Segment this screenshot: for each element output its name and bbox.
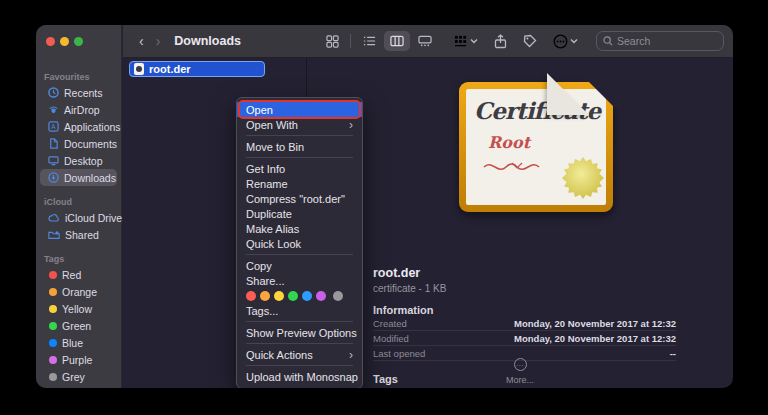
chevron-down-icon xyxy=(470,38,478,44)
sidebar-item-tag-red[interactable]: Red xyxy=(40,266,117,283)
menu-item-label: Move to Bin xyxy=(246,141,304,153)
file-row-root-der[interactable]: root.der xyxy=(129,61,265,77)
sidebar-section-label: Favourites xyxy=(36,69,121,84)
red-tag-dot[interactable] xyxy=(246,291,256,301)
menu-item-label: Tags... xyxy=(246,305,278,317)
sidebar-item-tag-blue[interactable]: Blue xyxy=(40,334,117,351)
more-section: ... More... xyxy=(307,358,733,385)
close-button[interactable] xyxy=(46,37,55,46)
submenu-arrow-icon: › xyxy=(349,348,353,362)
green-tag-dot[interactable] xyxy=(288,291,298,301)
toolbar: ‹ › Downloads xyxy=(123,25,733,58)
zoom-button[interactable] xyxy=(74,37,83,46)
icon-view-button[interactable] xyxy=(319,31,345,51)
menu-separator xyxy=(246,157,353,158)
grey-tag-icon xyxy=(49,373,57,381)
sidebar-item-label: All Tags... xyxy=(63,388,108,389)
menu-item-get-info[interactable]: Get Info xyxy=(237,161,362,176)
menu-item-open-with[interactable]: Open With › xyxy=(237,117,362,132)
column-view-icon xyxy=(390,35,404,47)
menu-tag-colors xyxy=(237,288,362,303)
list-view-button[interactable] xyxy=(356,31,382,51)
sidebar-item-tag-yellow[interactable]: Yellow xyxy=(40,300,117,317)
back-button[interactable]: ‹ xyxy=(139,34,144,48)
information-header: Information xyxy=(373,304,676,316)
sidebar-item-tag-orange[interactable]: Orange xyxy=(40,283,117,300)
search-icon xyxy=(603,36,613,46)
sidebar-item-recents[interactable]: Recents xyxy=(40,84,117,101)
more-label[interactable]: More... xyxy=(307,375,733,385)
blue-tag-dot[interactable] xyxy=(302,291,312,301)
sidebar-item-label: Purple xyxy=(62,354,92,366)
menu-item-upload-with-monosnap[interactable]: Upload with Monosnap xyxy=(237,369,362,384)
minimize-button[interactable] xyxy=(60,37,69,46)
sidebar-item-label: iCloud Drive xyxy=(65,212,122,224)
sidebar-item-label: Blue xyxy=(62,337,83,349)
sidebar-item-shared[interactable]: Shared xyxy=(40,226,117,243)
sidebar-item-label: Documents xyxy=(64,138,117,150)
menu-item-open[interactable]: Open xyxy=(237,102,362,117)
list-view-icon xyxy=(363,35,376,47)
sidebar-item-airdrop[interactable]: AirDrop xyxy=(40,101,117,118)
airdrop-icon xyxy=(48,104,59,115)
search-input[interactable]: Search xyxy=(596,31,724,51)
sidebar-item-applications[interactable]: A Applications xyxy=(40,118,117,135)
forward-button[interactable]: › xyxy=(156,34,161,48)
share-button[interactable] xyxy=(494,34,507,49)
preview-file-meta: certificate - 1 KB xyxy=(373,283,676,294)
menu-separator xyxy=(246,135,353,136)
sidebar-item-label: AirDrop xyxy=(64,104,100,116)
menu-item-label: Upload with Monosnap xyxy=(246,371,358,383)
sidebar-item-tag-purple[interactable]: Purple xyxy=(40,351,117,368)
orange-tag-dot[interactable] xyxy=(260,291,270,301)
menu-item-move-to-bin[interactable]: Move to Bin xyxy=(237,139,362,154)
share-icon xyxy=(494,34,507,49)
sidebar-item-documents[interactable]: Documents xyxy=(40,135,117,152)
sidebar-section-tags: Tags Red Orange Yellow Green xyxy=(36,251,121,388)
gallery-view-button[interactable] xyxy=(412,31,438,51)
tags-button[interactable] xyxy=(523,34,537,48)
sidebar-item-downloads[interactable]: Downloads xyxy=(40,169,117,186)
more-ellipsis-icon[interactable]: ... xyxy=(514,358,527,371)
group-by-button[interactable] xyxy=(454,35,478,48)
column-view-button[interactable] xyxy=(384,31,410,51)
menu-item-copy[interactable]: Copy xyxy=(237,258,362,273)
menu-item-label: Open With xyxy=(246,119,298,131)
flourish-ornament xyxy=(482,159,552,175)
menu-item-quick-actions[interactable]: Quick Actions › xyxy=(237,347,362,362)
more-actions-button[interactable] xyxy=(553,34,578,49)
page-fold-icon xyxy=(547,73,589,115)
sidebar-item-tag-green[interactable]: Green xyxy=(40,317,117,334)
purple-tag-dot[interactable] xyxy=(316,291,326,301)
certificate-preview-image[interactable]: Certificate Root xyxy=(459,82,613,212)
window-title: Downloads xyxy=(174,34,241,48)
menu-item-quick-look[interactable]: Quick Look xyxy=(237,236,362,251)
sidebar-item-label: Green xyxy=(62,320,91,332)
yellow-tag-dot[interactable] xyxy=(274,291,284,301)
menu-item-share[interactable]: Share... xyxy=(237,273,362,288)
sidebar-section-label: iCloud xyxy=(36,194,121,209)
chevron-down-icon xyxy=(570,38,578,44)
menu-item-tags[interactable]: Tags... xyxy=(237,303,362,318)
sidebar-item-all-tags[interactable]: All Tags... xyxy=(40,385,117,388)
context-menu: Open Open With › Move to Bin Get Info Re… xyxy=(236,97,363,388)
sidebar-item-tag-grey[interactable]: Grey xyxy=(40,368,117,385)
sidebar-item-desktop[interactable]: Desktop xyxy=(40,152,117,169)
orange-tag-icon xyxy=(49,288,57,296)
menu-item-rename[interactable]: Rename xyxy=(237,176,362,191)
sidebar-item-label: Recents xyxy=(64,87,103,99)
menu-item-compress[interactable]: Compress "root.der" xyxy=(237,191,362,206)
sidebar-section-favourites: Favourites Recents AirDrop A Application… xyxy=(36,69,121,186)
menu-item-duplicate[interactable]: Duplicate xyxy=(237,206,362,221)
sidebar-item-label: Orange xyxy=(62,286,97,298)
menu-item-show-preview-options[interactable]: Show Preview Options xyxy=(237,325,362,340)
menu-item-label: Duplicate xyxy=(246,208,292,220)
clock-icon xyxy=(48,87,59,98)
downloads-icon xyxy=(48,172,59,183)
group-icon xyxy=(454,35,468,48)
info-row-modified: Modified Monday, 20 November 2017 at 12:… xyxy=(373,331,676,346)
sidebar-item-label: Grey xyxy=(62,371,85,383)
grey-tag-dot[interactable] xyxy=(333,291,343,301)
menu-item-make-alias[interactable]: Make Alias xyxy=(237,221,362,236)
sidebar-item-icloud-drive[interactable]: iCloud Drive xyxy=(40,209,117,226)
